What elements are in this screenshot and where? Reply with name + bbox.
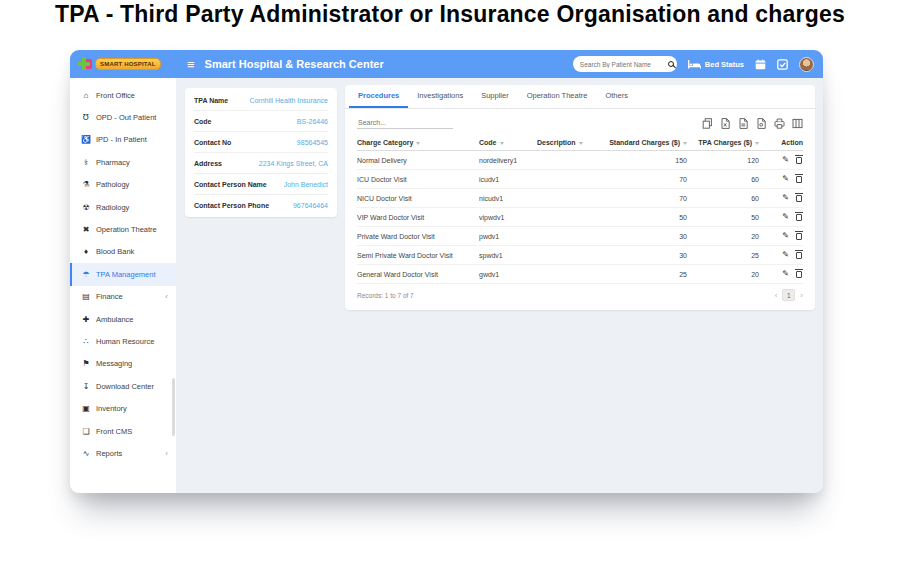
col-charge-category[interactable]: Charge Category [357,139,479,146]
surgery-icon: ✖ [81,225,91,234]
next-page-icon[interactable]: › [800,291,803,300]
tpa-detail-value: 98564545 [293,139,328,146]
cell-charge-category: General Ward Doctor Visit [357,271,479,278]
tpa-detail-label: Contact Person Name [194,181,267,188]
export-toolbar [702,118,803,129]
excel-export-icon[interactable] [720,118,731,129]
calendar-icon[interactable] [755,59,766,70]
col-tpa-charges[interactable]: TPA Charges ($) [687,139,759,146]
col-standard-charges[interactable]: Standard Charges ($) [592,139,687,146]
sidebar-item-label: Inventory [96,404,127,413]
csv-export-icon[interactable] [738,118,749,129]
megaphone-icon: ⚑ [81,359,91,368]
patient-bed-icon: ♿ [81,135,91,144]
bed-icon [688,60,701,69]
cell-charge-category: ICU Doctor Visit [357,176,479,183]
sidebar-item-label: Blood Bank [96,247,134,256]
sidebar-item-messaging[interactable]: ⚑Messaging [70,353,176,375]
edit-icon[interactable]: ✎ [782,251,789,259]
user-avatar[interactable] [799,57,814,72]
sidebar-item-opd[interactable]: ℧OPD - Out Patient [70,106,176,128]
delete-icon[interactable] [796,157,802,164]
sidebar-item-ipd[interactable]: ♿IPD - In Patient [70,129,176,151]
sidebar-item-label: Ambulance [96,315,134,324]
tpa-detail-row: Contact Person Phone967646464 [194,195,328,215]
edit-icon[interactable]: ✎ [782,156,789,164]
tab-supplier[interactable]: Supplier [472,85,518,108]
tpa-detail-label: TPA Name [194,97,228,104]
col-code[interactable]: Code [479,139,537,146]
sidebar-item-label: IPD - In Patient [96,135,147,144]
sidebar-item-pharmacy[interactable]: ⚕Pharmacy [70,151,176,173]
sidebar-item-label: Finance [96,292,123,301]
edit-icon[interactable]: ✎ [782,270,789,278]
hamburger-menu-icon[interactable]: ≡ [187,58,195,71]
delete-icon[interactable] [796,252,802,259]
sidebar-item-tpa-management[interactable]: ☂TPA Management [70,263,176,285]
tpa-detail-row: Address2234 Kings Street, CA [194,153,328,174]
delete-icon[interactable] [796,214,802,221]
sort-caret-icon [416,142,420,145]
copy-icon[interactable] [702,118,713,129]
cell-code: vipwdv1 [479,214,537,221]
tpa-detail-row: CodeBS-26446 [194,111,328,132]
sidebar-item-pathology[interactable]: ⚗Pathology [70,174,176,196]
bed-status-button[interactable]: Bed Status [688,60,744,69]
sort-caret-icon [500,142,504,145]
delete-icon[interactable] [796,271,802,278]
tab-investigations[interactable]: Investigations [408,85,472,108]
download-icon: ↧ [81,382,91,391]
column-visibility-icon[interactable] [792,118,803,129]
sidebar-item-label: Reports [96,449,122,458]
task-check-icon[interactable] [777,59,788,70]
delete-icon[interactable] [796,176,802,183]
print-icon[interactable] [774,118,785,129]
edit-icon[interactable]: ✎ [782,213,789,221]
sidebar-item-blood-bank[interactable]: ♦Blood Bank [70,241,176,263]
sidebar-item-ambulance[interactable]: ✚Ambulance [70,308,176,330]
delete-icon[interactable] [796,233,802,240]
tab-others[interactable]: Others [596,85,637,108]
sidebar-item-human-resource[interactable]: ∴Human Resource [70,330,176,352]
table-header-row: Charge Category Code Description Standar… [357,134,803,151]
charges-table: Charge Category Code Description Standar… [345,134,815,284]
table-search-input[interactable] [357,117,453,129]
col-description[interactable]: Description [537,139,592,146]
delete-icon[interactable] [796,195,802,202]
pdf-export-icon[interactable] [756,118,767,129]
sidebar-item-radiology[interactable]: ☢Radiology [70,196,176,218]
pagination: ‹ 1 › [775,289,803,301]
ambulance-icon: ✚ [81,315,91,324]
sidebar-item-label: Pharmacy [96,158,130,167]
prev-page-icon[interactable]: ‹ [775,291,778,300]
sidebar-item-finance[interactable]: ▤Finance‹ [70,286,176,308]
patient-search-input[interactable] [580,61,668,68]
sidebar-item-reports[interactable]: ∿Reports‹ [70,442,176,464]
sidebar-item-operation-theatre[interactable]: ✖Operation Theatre [70,218,176,240]
cell-charge-category: Normal Delivery [357,157,479,164]
tpa-detail-row: TPA NameCornhill Health Insurance [194,90,328,111]
tab-procedures[interactable]: Procedures [349,85,408,108]
tpa-detail-label: Address [194,160,222,167]
table-row: Normal Delivery nordelivery1 150 120 ✎ [357,151,803,170]
sidebar-item-front-cms[interactable]: ❏Front CMS [70,420,176,442]
cell-tpa-charges: 25 [687,252,759,259]
stethoscope-icon: ℧ [81,113,91,122]
tab-operation-theatre[interactable]: Operation Theatre [518,85,597,108]
page-number-button[interactable]: 1 [782,289,795,301]
flask-icon: ⚗ [81,180,91,189]
cell-standard-charges: 50 [592,214,687,221]
patient-search-box[interactable] [573,56,677,72]
blood-drop-icon: ♦ [81,247,91,256]
table-row: NICU Doctor Visit nicudv1 70 60 ✎ [357,189,803,208]
chevron-left-icon: ‹ [165,449,168,458]
app-logo[interactable]: SMART HOSPITAL [70,57,176,71]
sidebar-scrollbar[interactable] [172,378,175,436]
edit-icon[interactable]: ✎ [782,175,789,183]
sidebar-item-download-center[interactable]: ↧Download Center [70,375,176,397]
sidebar-item-inventory[interactable]: ▣Inventory [70,397,176,419]
edit-icon[interactable]: ✎ [782,232,789,240]
sidebar-item-front-office[interactable]: ⌂Front Office [70,84,176,106]
edit-icon[interactable]: ✎ [782,194,789,202]
tpa-detail-row: Contact Person NameJohn Benedict [194,174,328,195]
